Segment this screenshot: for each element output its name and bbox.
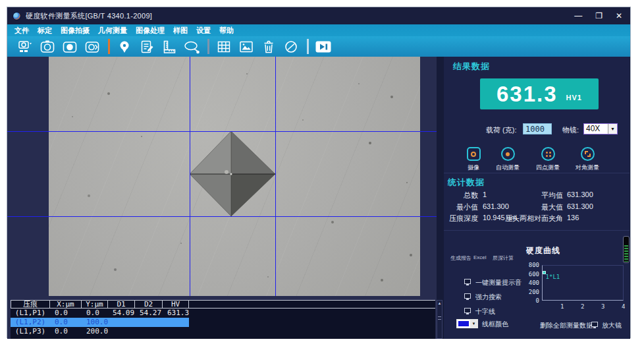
- y-tick-label: 400: [522, 280, 539, 286]
- small-button-0[interactable]: 生成报告: [450, 254, 471, 262]
- scroll-up-icon[interactable]: ▲: [437, 301, 442, 306]
- x-tick-label: 1: [560, 303, 564, 310]
- right-panel: 结果数据 631.3 HV1 载荷 (克): 物镜: 40X ▼ 摄像 自动测量: [444, 57, 630, 339]
- grid-table-icon[interactable]: [215, 39, 232, 55]
- load-input[interactable]: [523, 123, 552, 134]
- title-bar: 硬度软件测量系统[GB/T 4340.1-2009] — ❐ ✕: [7, 7, 630, 24]
- menu-item-2[interactable]: 图像拍摄: [61, 26, 90, 36]
- table-header-cell: D1: [108, 301, 135, 309]
- menu-item-3[interactable]: 几何测量: [98, 26, 127, 36]
- chevron-down-icon[interactable]: ▼: [608, 124, 617, 134]
- line-color-dropdown[interactable]: ▼: [456, 319, 478, 328]
- diagonal-measure-icon: [581, 147, 595, 161]
- ruler-icon[interactable]: [161, 39, 178, 55]
- camera-live-icon[interactable]: [61, 39, 78, 55]
- toolbar-separator: [207, 39, 209, 54]
- small-button-1[interactable]: Excel: [473, 254, 487, 260]
- camera-button-icon: [467, 147, 481, 161]
- table-cell: 631.3: [163, 309, 189, 318]
- objective-value: 40X: [584, 124, 608, 134]
- table-cell: 0.0: [50, 309, 82, 318]
- report-edit-icon[interactable]: [138, 39, 155, 55]
- app-logo-icon: [13, 12, 21, 20]
- checkbox-icon: [464, 308, 471, 313]
- chart-title: 硬度曲线: [526, 245, 560, 256]
- menu-item-1[interactable]: 标定: [38, 26, 52, 36]
- page: 硬度软件测量系统[GB/T 4340.1-2009] — ❐ ✕ 文件标定图像拍…: [0, 0, 644, 354]
- restore-button[interactable]: ❐: [595, 12, 603, 20]
- measure-line-vertical-1[interactable]: [190, 57, 190, 296]
- main-area: 压痕X:μmY:μmD1D2HV (L1,P1)0.00.054.0954.27…: [7, 57, 630, 339]
- marker-icon[interactable]: [116, 39, 133, 55]
- hardness-value: 631.3: [496, 82, 558, 107]
- level-indicator: [623, 236, 630, 263]
- table-row[interactable]: (L1,P1)0.00.054.0954.27631.3: [11, 309, 189, 318]
- y-tick-label: 600: [522, 271, 539, 278]
- table-cell: [135, 318, 163, 327]
- table-row[interactable]: (L1,P3)0.0200.0: [11, 327, 189, 336]
- chevron-down-icon[interactable]: ▼: [470, 320, 477, 328]
- indentation-mark: [186, 127, 279, 220]
- measurement-table: 压痕X:μmY:μmD1D2HV (L1,P1)0.00.054.0954.27…: [11, 300, 435, 339]
- table-header-cell: X:μm: [50, 301, 82, 309]
- stat-label: 压痕深度: [444, 214, 478, 223]
- measure-line-vertical-2[interactable]: [275, 57, 276, 296]
- menu-item-4[interactable]: 图像处理: [136, 26, 165, 36]
- measure-line-horizontal-1[interactable]: [7, 131, 437, 132]
- delete-all-button[interactable]: 删除全部测量数据: [540, 321, 593, 330]
- divider: [444, 230, 630, 231]
- table-cell: (L1,P3): [11, 327, 50, 336]
- lasso-icon[interactable]: [183, 39, 200, 55]
- stat-label: 最大值: [483, 202, 563, 212]
- capture-button[interactable]: 摄像: [454, 147, 493, 172]
- four-point-measure-icon: [541, 147, 555, 161]
- small-button-label: Excel: [473, 254, 487, 260]
- table-row[interactable]: (L1,P2)0.0100.0: [11, 318, 189, 327]
- stat-value: 631.300: [567, 191, 593, 198]
- auto-measure-button[interactable]: 自动测量: [489, 147, 527, 172]
- auto-measure-icon: [501, 147, 515, 161]
- x-tick-label: 3: [601, 303, 604, 310]
- image-viewport[interactable]: [7, 57, 437, 339]
- trash-icon[interactable]: [260, 39, 277, 55]
- data-point-label: 1*L1: [546, 274, 560, 280]
- checkbox-icon: [464, 279, 471, 284]
- toolbar-separator: [108, 39, 110, 54]
- stat-value: 136: [567, 214, 579, 221]
- small-button-2[interactable]: 层深计算: [493, 254, 514, 262]
- measure-line-horizontal-2[interactable]: [7, 216, 437, 217]
- disable-icon[interactable]: [282, 39, 300, 55]
- diagonal-measure-button[interactable]: 对角测量: [568, 147, 606, 172]
- table-cell: 0.0: [50, 318, 82, 327]
- image-icon[interactable]: [238, 39, 255, 55]
- menu-item-6[interactable]: 设置: [196, 26, 211, 36]
- camera-icon[interactable]: [39, 39, 56, 55]
- load-label: 载荷 (克):: [486, 125, 516, 135]
- checkbox-label: 一键测量提示音: [475, 278, 522, 287]
- x-tick-label: 2: [581, 303, 584, 310]
- small-button-label: 层深计算: [493, 254, 514, 262]
- checkbox-label: 十字线: [475, 307, 495, 316]
- menu-item-0[interactable]: 文件: [14, 26, 29, 36]
- menu-item-5[interactable]: 样图: [173, 26, 188, 36]
- hardness-curve-plot: [542, 265, 624, 301]
- table-cell: 0.0: [82, 309, 108, 318]
- table-header-cell: Y:μm: [82, 301, 108, 309]
- run-next-icon[interactable]: [315, 39, 332, 55]
- four-point-measure-button[interactable]: 四点测量: [529, 147, 567, 172]
- table-cell: (L1,P1): [11, 309, 50, 318]
- surface-specks: [49, 57, 50, 58]
- table-scrollbar[interactable]: ▲: [437, 300, 443, 339]
- minimize-button[interactable]: —: [574, 12, 582, 20]
- objective-select[interactable]: 40X ▼: [583, 123, 618, 134]
- app-window: 硬度软件测量系统[GB/T 4340.1-2009] — ❐ ✕ 文件标定图像拍…: [7, 7, 631, 338]
- table-cell: [108, 327, 135, 336]
- camera-settings-icon[interactable]: [84, 39, 101, 55]
- menu-item-7[interactable]: 帮助: [219, 26, 234, 36]
- close-button[interactable]: ✕: [616, 12, 622, 20]
- table-cell: 54.27: [135, 309, 163, 318]
- stat-label: 压头两相对面夹角: [483, 214, 563, 223]
- y-tick-label: 0: [522, 297, 539, 304]
- camera-capture-icon[interactable]: [16, 39, 34, 55]
- scrollbar-grip[interactable]: [438, 316, 441, 320]
